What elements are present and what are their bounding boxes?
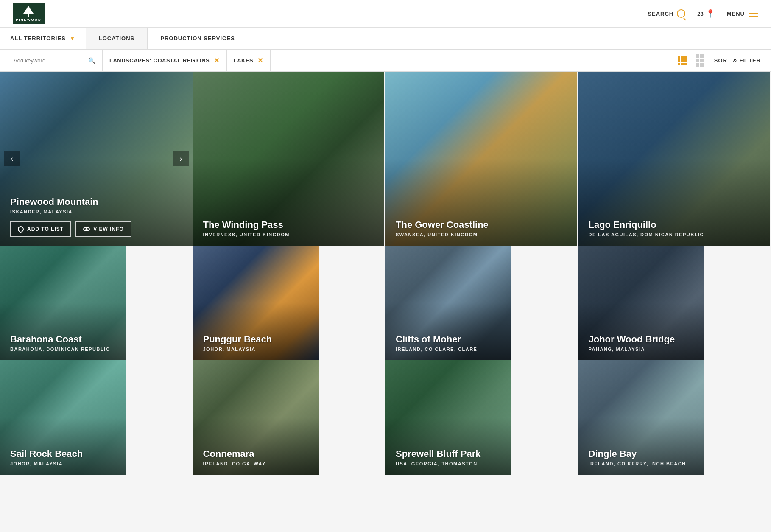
card-sprewell-bluff[interactable]: Sprewell Bluff Park USA, GEORGIA, THOMAS… xyxy=(386,360,511,475)
card-title: The Gower Coastline xyxy=(396,219,567,230)
add-to-list-button[interactable]: ADD TO LIST xyxy=(10,221,71,237)
tab-locations[interactable]: LOCATIONS xyxy=(86,28,148,49)
sort-filter-button[interactable]: SORT & FILTER xyxy=(711,57,764,64)
card-content: Dingle Bay IRELAND, CO KERRY, INCH BEACH xyxy=(578,440,704,475)
locations-count-button[interactable]: 23 📍 xyxy=(697,9,715,18)
card-content: The Winding Pass INVERNESS, UNITED KINGD… xyxy=(193,211,384,246)
card-title: Dingle Bay xyxy=(589,448,694,459)
card-subtitle: BARAHONA, DOMINICAN REPUBLIC xyxy=(10,347,116,352)
filter-chip-lakes: LAKES ✕ xyxy=(227,50,271,71)
logo-trunk xyxy=(28,14,29,17)
card-title: Barahona Coast xyxy=(10,334,116,345)
card-johor-wood-bridge[interactable]: Johor Wood Bridge PAHANG, MALAYSIA xyxy=(578,246,704,360)
card-content: Lago Enriquillo DE LAS AGUILAS, DOMINICA… xyxy=(578,211,770,246)
territory-dropdown[interactable]: ALL TERRITORIES ▼ xyxy=(0,28,86,49)
card-content: Sail Rock Beach JOHOR, MALAYSIA xyxy=(0,440,126,475)
card-title: Lago Enriquillo xyxy=(589,219,760,230)
card-subtitle: INVERNESS, UNITED KINGDOM xyxy=(203,232,374,237)
main-header: PINEWOOD SEARCH 23 📍 MENU xyxy=(0,0,771,28)
pin-btn-icon xyxy=(17,225,25,233)
card-subtitle: IRELAND, CO CLARE, CLARE xyxy=(396,347,501,352)
logo-text: PINEWOOD xyxy=(16,18,41,22)
card-subtitle: IRELAND, CO KERRY, INCH BEACH xyxy=(589,461,694,466)
search-label: SEARCH xyxy=(648,11,673,17)
card-content: Pinewood Mountain ISKANDER, MALAYSIA ADD… xyxy=(0,188,193,246)
card-subtitle: JOHOR, MALAYSIA xyxy=(203,347,309,352)
menu-button[interactable]: MENU xyxy=(727,11,758,17)
menu-label: MENU xyxy=(727,11,745,17)
eye-btn-icon xyxy=(83,227,90,231)
card-cliffs-of-moher[interactable]: Cliffs of Moher IRELAND, CO CLARE, CLARE xyxy=(386,246,511,360)
card-subtitle: DE LAS AGUILAS, DOMINICAN REPUBLIC xyxy=(589,232,760,237)
grid-icon xyxy=(678,56,687,65)
count-value: 23 xyxy=(697,11,703,17)
card-content: Connemara IRELAND, CO GALWAY xyxy=(193,440,319,475)
card-nav-left-arrow[interactable]: ‹ xyxy=(4,151,20,166)
list-view-button[interactable] xyxy=(694,52,706,69)
locations-row-2: Barahona Coast BARAHONA, DOMINICAN REPUB… xyxy=(0,246,771,360)
card-subtitle: ISKANDER, MALAYSIA xyxy=(10,209,183,214)
locations-row-3: Sail Rock Beach JOHOR, MALAYSIA Connemar… xyxy=(0,360,771,475)
card-nav-right-arrow[interactable]: › xyxy=(173,151,189,166)
card-pinewood-mountain[interactable]: ‹ › Pinewood Mountain ISKANDER, MALAYSIA… xyxy=(0,72,193,246)
card-content: Johor Wood Bridge PAHANG, MALAYSIA xyxy=(578,325,704,360)
grid-view-button[interactable] xyxy=(676,54,689,67)
card-title: Cliffs of Moher xyxy=(396,334,501,345)
card-content: Barahona Coast BARAHONA, DOMINICAN REPUB… xyxy=(0,325,126,360)
card-winding-pass[interactable]: The Winding Pass INVERNESS, UNITED KINGD… xyxy=(193,72,384,246)
card-subtitle: USA, GEORGIA, THOMASTON xyxy=(396,461,501,466)
search-button[interactable]: SEARCH xyxy=(648,9,685,18)
logo-tree-icon xyxy=(23,6,34,14)
card-title: Pinewood Mountain xyxy=(10,196,183,207)
filter-bar-right: SORT & FILTER xyxy=(676,52,764,69)
card-subtitle: SWANSEA, UNITED KINGDOM xyxy=(396,232,567,237)
keyword-search-icon: 🔍 xyxy=(88,57,95,64)
pin-icon: 📍 xyxy=(706,9,715,18)
card-punggur-beach[interactable]: Punggur Beach JOHOR, MALAYSIA xyxy=(193,246,319,360)
filter-bar: 🔍 LANDSCAPES: COASTAL REGIONS ✕ LAKES ✕ … xyxy=(0,50,771,72)
tab-production-services[interactable]: PRODUCTION SERVICES xyxy=(148,28,248,49)
locations-row-1: ‹ › Pinewood Mountain ISKANDER, MALAYSIA… xyxy=(0,72,771,246)
remove-lakes-filter[interactable]: ✕ xyxy=(257,56,263,64)
card-title: Sprewell Bluff Park xyxy=(396,448,501,459)
keyword-input[interactable] xyxy=(14,57,85,64)
view-info-button[interactable]: VIEW INFO xyxy=(75,221,131,237)
card-actions: ADD TO LIST VIEW INFO xyxy=(10,221,183,237)
card-title: Connemara xyxy=(203,448,309,459)
remove-coastal-filter[interactable]: ✕ xyxy=(214,56,220,64)
card-title: Punggur Beach xyxy=(203,334,309,345)
card-content: The Gower Coastline SWANSEA, UNITED KING… xyxy=(386,211,577,246)
hamburger-icon xyxy=(749,11,758,17)
card-content: Sprewell Bluff Park USA, GEORGIA, THOMAS… xyxy=(386,440,511,475)
nav-tabs: ALL TERRITORIES ▼ LOCATIONS PRODUCTION S… xyxy=(0,28,771,50)
keyword-input-area[interactable]: 🔍 xyxy=(7,50,103,71)
card-barahona-coast[interactable]: Barahona Coast BARAHONA, DOMINICAN REPUB… xyxy=(0,246,126,360)
chevron-down-icon: ▼ xyxy=(70,36,75,42)
card-lago-enriquillo[interactable]: Lago Enriquillo DE LAS AGUILAS, DOMINICA… xyxy=(578,72,770,246)
filter-chip-coastal: LANDSCAPES: COASTAL REGIONS ✕ xyxy=(103,50,227,71)
card-subtitle: IRELAND, CO GALWAY xyxy=(203,461,309,466)
card-gower-coastline[interactable]: The Gower Coastline SWANSEA, UNITED KING… xyxy=(386,72,577,246)
card-title: The Winding Pass xyxy=(203,219,374,230)
search-icon xyxy=(677,9,685,18)
card-connemara[interactable]: Connemara IRELAND, CO GALWAY xyxy=(193,360,319,475)
card-title: Sail Rock Beach xyxy=(10,448,116,459)
card-subtitle: JOHOR, MALAYSIA xyxy=(10,461,116,466)
card-dingle-bay[interactable]: Dingle Bay IRELAND, CO KERRY, INCH BEACH xyxy=(578,360,704,475)
card-title: Johor Wood Bridge xyxy=(589,334,694,345)
card-content: Cliffs of Moher IRELAND, CO CLARE, CLARE xyxy=(386,325,511,360)
logo[interactable]: PINEWOOD xyxy=(13,3,45,24)
header-actions: SEARCH 23 📍 MENU xyxy=(648,9,758,18)
list-icon xyxy=(696,54,704,67)
card-subtitle: PAHANG, MALAYSIA xyxy=(589,347,694,352)
territory-label: ALL TERRITORIES xyxy=(10,35,66,42)
card-content: Punggur Beach JOHOR, MALAYSIA xyxy=(193,325,319,360)
card-sail-rock-beach[interactable]: Sail Rock Beach JOHOR, MALAYSIA xyxy=(0,360,126,475)
